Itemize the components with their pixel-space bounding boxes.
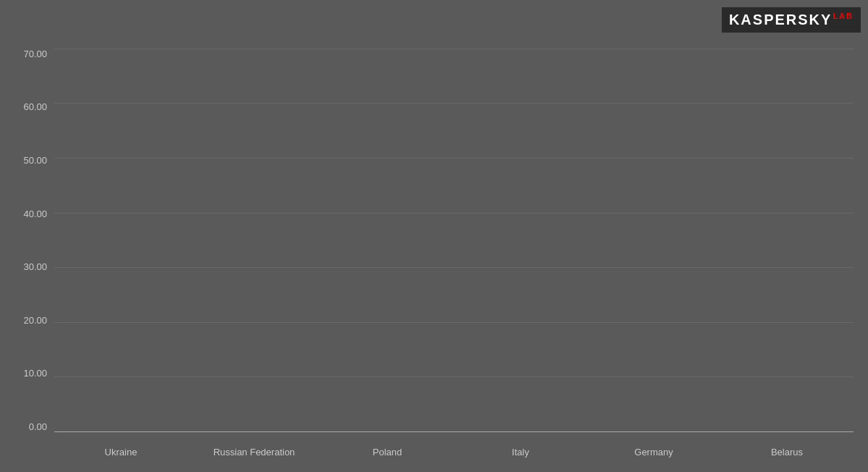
x-label: Poland — [321, 432, 454, 472]
y-label: 20.00 — [23, 315, 47, 326]
y-label: 40.00 — [23, 208, 47, 219]
y-label: 10.00 — [23, 368, 47, 379]
kaspersky-logo: KASPERSKYLAB — [722, 7, 861, 33]
y-label: 0.00 — [29, 421, 47, 432]
bars-row — [54, 49, 854, 432]
x-label: Belarus — [720, 432, 854, 472]
x-label: Germany — [587, 432, 720, 472]
chart-container: KASPERSKYLAB 70.0060.0050.0040.0030.0020… — [0, 0, 868, 472]
x-label: Russian Federation — [187, 432, 321, 472]
kaspersky-text: KASPERSKYLAB — [729, 12, 854, 28]
x-labels: UkraineRussian FederationPolandItalyGerm… — [54, 432, 854, 472]
y-label: 60.00 — [23, 101, 47, 112]
x-label: Ukraine — [54, 432, 187, 472]
y-label: 30.00 — [23, 261, 47, 272]
chart-header: KASPERSKYLAB — [0, 0, 868, 45]
chart-area: 70.0060.0050.0040.0030.0020.0010.000.00 … — [0, 45, 868, 472]
y-label: 70.00 — [23, 49, 47, 59]
kaspersky-lab: LAB — [833, 12, 854, 20]
x-label: Italy — [454, 432, 587, 472]
plot-area: UkraineRussian FederationPolandItalyGerm… — [54, 45, 854, 472]
y-label: 50.00 — [23, 155, 47, 166]
y-axis: 70.0060.0050.0040.0030.0020.0010.000.00 — [14, 45, 54, 472]
